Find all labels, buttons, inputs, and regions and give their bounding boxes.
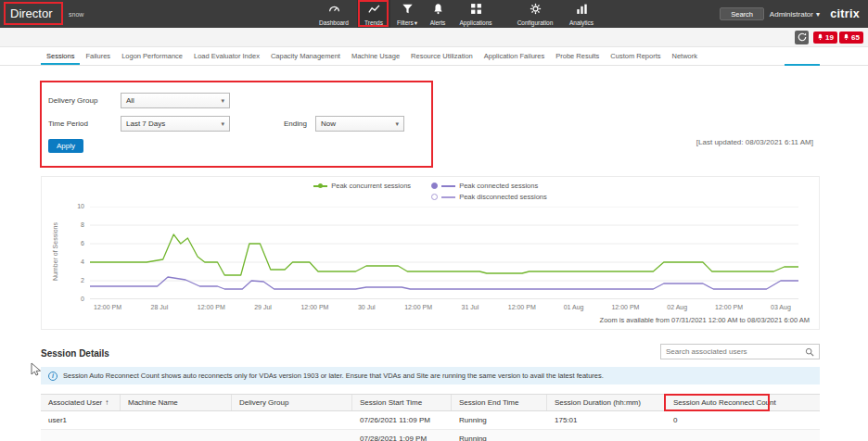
delivery-group-select[interactable]: All ▾ <box>121 93 230 108</box>
bell-icon <box>843 33 849 43</box>
nav-item-label: Applications <box>459 19 491 26</box>
column-session-start-time[interactable]: Session Start Time <box>352 395 452 410</box>
tab-resource-utilization[interactable]: Resource Utilization <box>405 47 479 65</box>
badge-count: 65 <box>851 33 860 42</box>
cell-session-end-time: Running <box>452 435 547 441</box>
analytics-bars-icon <box>576 2 588 19</box>
utility-bar: 19 65 <box>0 28 868 47</box>
x-tick: 28 Jul <box>151 304 169 310</box>
x-tick: 12:00 PM <box>611 304 639 310</box>
nav-item-label: Filters▾ <box>397 19 417 27</box>
tab-probe-results[interactable]: Probe Results <box>550 47 605 65</box>
column-delivery-group[interactable]: Delivery Group <box>232 395 352 410</box>
time-period-label: Time Period <box>48 120 88 128</box>
x-tick: 12:00 PM <box>300 304 328 310</box>
nav-item-alerts[interactable]: Alerts <box>424 0 452 28</box>
tab-custom-reports[interactable]: Custom Reports <box>605 47 666 65</box>
top-bar: Director snow Dashboard Trends Filters▾ <box>0 0 868 28</box>
nav-item-applications[interactable]: Applications <box>452 0 500 28</box>
tab-application-failures[interactable]: Application Failures <box>479 47 550 65</box>
search-associated-users-input[interactable] <box>666 347 801 356</box>
warning-alerts-badge[interactable]: 65 <box>839 32 863 44</box>
nav-item-label: Trends <box>364 19 383 26</box>
site-name: snow <box>69 11 83 18</box>
info-banner-text: Session Auto Reconnect Count shows auto … <box>63 372 604 380</box>
administrator-menu[interactable]: Administrator ▾ <box>760 8 820 19</box>
filters-icon <box>402 2 414 19</box>
column-associated-user[interactable]: Associated User ↑ <box>41 395 121 410</box>
x-tick: 02 Aug <box>667 304 687 310</box>
table-header-row: Associated User ↑ Machine Name Delivery … <box>41 394 820 411</box>
radio-peak-connected[interactable] <box>431 183 438 189</box>
nav-item-analytics[interactable]: Analytics <box>561 0 602 28</box>
session-details-table: Associated User ↑ Machine Name Delivery … <box>41 394 820 441</box>
tab-bar-right-indicator <box>785 64 820 66</box>
line-marker-icon <box>441 183 455 189</box>
associated-users-search <box>660 344 820 359</box>
x-axis: 12:00 PM 28 Jul 12:00 PM 29 Jul 12:00 PM… <box>90 304 798 313</box>
caret-down-icon: ▾ <box>221 97 224 105</box>
bell-icon <box>817 33 823 43</box>
nav-item-filters[interactable]: Filters▾ <box>390 0 424 28</box>
tab-machine-usage[interactable]: Machine Usage <box>346 47 405 65</box>
y-tick: 2 <box>55 277 84 284</box>
nav-item-label: Configuration <box>517 19 554 26</box>
apply-button[interactable]: Apply <box>48 139 83 153</box>
cell-session-end-time: Running <box>452 416 547 424</box>
cell-session-auto-reconnect-count: 0 <box>666 416 820 424</box>
time-period-value: Last 7 Days <box>126 120 165 128</box>
legend-peak-concurrent: Peak concurrent sessions <box>313 182 411 190</box>
y-axis-label: Number of Sessions <box>52 206 58 298</box>
tab-load-evaluator-index[interactable]: Load Evaluator Index <box>188 47 265 65</box>
sessions-line-chart <box>90 207 798 299</box>
nav-item-trends[interactable]: Trends <box>357 0 390 28</box>
nav-item-label: Alerts <box>430 19 446 26</box>
column-machine-name[interactable]: Machine Name <box>121 395 232 410</box>
alerts-bell-icon <box>432 2 444 19</box>
trends-tab-bar: Sessions Failures Logon Performance Load… <box>0 47 868 66</box>
line-marker-icon <box>441 195 455 200</box>
table-row[interactable]: user1 07/26/2021 11:09 PM Running 175:01… <box>41 411 820 430</box>
administrator-label: Administrator <box>770 10 813 19</box>
ending-select[interactable]: Now ▾ <box>315 116 404 132</box>
chart-legend: Peak concurrent sessions Peak connected … <box>42 182 819 201</box>
ending-value: Now <box>321 120 336 128</box>
sort-ascending-icon: ↑ <box>105 398 108 407</box>
nav-item-label: Analytics <box>569 19 594 26</box>
director-logo: Director <box>10 6 53 20</box>
column-session-auto-reconnect-count[interactable]: Session Auto Reconnect Count <box>666 395 820 410</box>
magnifier-icon <box>805 344 814 360</box>
sessions-chart-card: Peak concurrent sessions Peak connected … <box>41 176 820 330</box>
refresh-button[interactable] <box>795 31 809 44</box>
legend-peak-connected: Peak connected sessions <box>431 182 547 190</box>
delivery-group-value: All <box>126 96 134 105</box>
table-row[interactable]: 07/28/2021 1:09 PM Running <box>41 430 820 441</box>
top-nav: Dashboard Trends Filters▾ Alerts <box>311 0 602 28</box>
badge-count: 19 <box>825 33 834 42</box>
column-session-end-time[interactable]: Session End Time <box>452 395 547 410</box>
x-tick: 01 Aug <box>564 304 584 310</box>
filter-panel: Delivery Group All ▾ Time Period Last 7 … <box>41 82 432 167</box>
tab-failures[interactable]: Failures <box>80 47 116 65</box>
caret-down-icon: ▾ <box>816 10 820 19</box>
time-period-select[interactable]: Last 7 Days ▾ <box>121 116 230 132</box>
y-tick: 8 <box>55 221 84 228</box>
radio-peak-disconnected[interactable] <box>431 194 438 200</box>
cell-session-start-time: 07/28/2021 1:09 PM <box>352 435 452 441</box>
caret-down-icon: ▾ <box>415 19 417 27</box>
column-session-duration[interactable]: Session Duration (hh:mm) <box>547 395 666 410</box>
cell-session-start-time: 07/26/2021 11:09 PM <box>352 416 452 424</box>
search-button[interactable]: Search <box>720 7 764 20</box>
citrix-logo: citrix <box>830 7 860 20</box>
tab-sessions[interactable]: Sessions <box>41 47 80 65</box>
y-tick: 6 <box>55 240 84 246</box>
nav-item-configuration[interactable]: Configuration <box>509 0 561 28</box>
tab-capacity-management[interactable]: Capacity Management <box>265 47 346 65</box>
critical-alerts-badge[interactable]: 19 <box>813 32 837 44</box>
info-banner: i Session Auto Reconnect Count shows aut… <box>41 367 820 384</box>
cell-session-duration: 175:01 <box>547 416 666 424</box>
tab-network[interactable]: Network <box>667 47 704 65</box>
y-tick: 4 <box>55 258 84 265</box>
tab-logon-performance[interactable]: Logon Performance <box>116 47 188 65</box>
nav-item-dashboard[interactable]: Dashboard <box>311 0 357 28</box>
